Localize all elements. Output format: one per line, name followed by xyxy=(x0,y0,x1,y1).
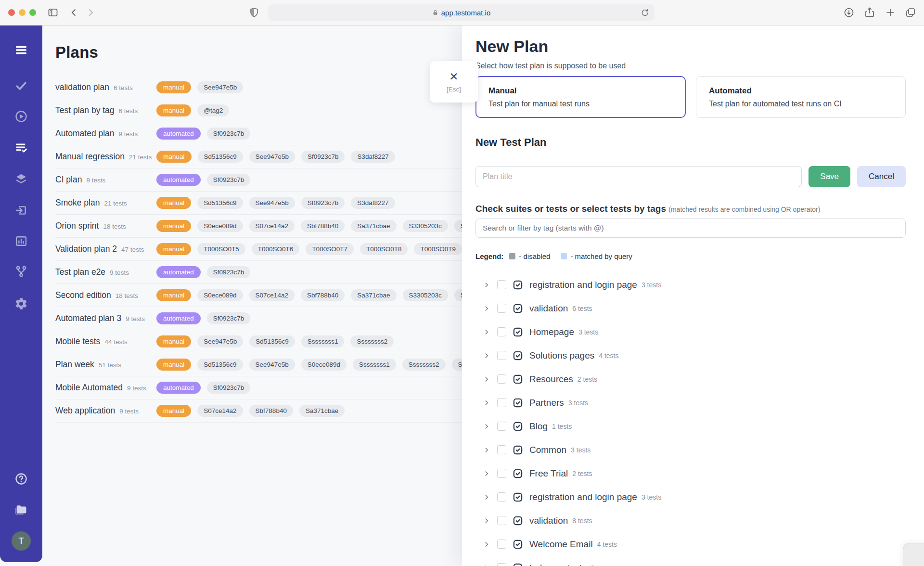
suite-checkbox[interactable] xyxy=(497,469,506,478)
cancel-button[interactable]: Cancel xyxy=(857,166,906,187)
plans-list-check-icon[interactable] xyxy=(14,141,28,154)
suite-checkbox[interactable] xyxy=(497,280,506,289)
suite-row[interactable]: registration and login page 3 tests xyxy=(475,273,906,296)
chevron-right-icon[interactable] xyxy=(483,305,490,312)
suite-row[interactable]: Blog 1 tests xyxy=(475,414,906,438)
suite-tag-chip: Sf0923c7b xyxy=(207,266,251,278)
chevron-right-icon[interactable] xyxy=(483,565,490,566)
suite-row[interactable]: registration and login page 3 tests xyxy=(475,485,906,509)
share-icon[interactable] xyxy=(864,7,875,18)
import-icon[interactable] xyxy=(14,204,28,217)
chevron-right-icon[interactable] xyxy=(483,447,490,453)
new-tab-icon[interactable] xyxy=(885,7,896,18)
suite-icon xyxy=(513,445,523,455)
settings-gear-icon[interactable] xyxy=(14,297,28,310)
runs-play-icon[interactable] xyxy=(14,110,28,123)
suite-row[interactable]: Free Trial 2 tests xyxy=(475,462,906,485)
suite-row[interactable]: validation 6 tests xyxy=(475,296,906,320)
traffic-light-close[interactable] xyxy=(8,9,15,16)
chevron-right-icon[interactable] xyxy=(483,399,490,406)
legend: Legend: - disabled - matched by query xyxy=(475,252,906,260)
suite-row[interactable]: Common 3 tests xyxy=(475,438,906,462)
reload-icon[interactable] xyxy=(640,7,650,18)
suite-tag-chip: S3305203c xyxy=(403,220,448,232)
traffic-light-zoom[interactable] xyxy=(29,9,36,16)
traffic-light-minimize[interactable] xyxy=(19,9,26,16)
tab-overview-icon[interactable] xyxy=(905,7,916,18)
suite-row[interactable]: validation 8 tests xyxy=(475,509,906,532)
suite-test-count: 4 tests xyxy=(599,352,618,360)
tests-check-icon[interactable] xyxy=(14,79,28,92)
branches-icon[interactable] xyxy=(14,265,28,278)
suite-checkbox[interactable] xyxy=(497,563,506,566)
chevron-right-icon[interactable] xyxy=(483,517,490,524)
suite-checkbox[interactable] xyxy=(497,540,506,549)
app-sidebar: T xyxy=(0,25,42,562)
corner-widget[interactable] xyxy=(903,543,924,566)
suite-icon xyxy=(513,563,523,566)
chevron-right-icon[interactable] xyxy=(483,470,490,477)
plan-test-count: 6 tests xyxy=(114,84,133,91)
plan-type-automated-card[interactable]: Automated Test plan for automated test r… xyxy=(696,76,906,118)
plan-type-badge: manual xyxy=(156,335,191,347)
close-panel-button[interactable]: ✕ [Esc] xyxy=(430,61,478,103)
lock-icon xyxy=(432,10,438,16)
chevron-right-icon[interactable] xyxy=(483,423,490,430)
user-avatar[interactable]: T xyxy=(12,531,31,551)
chevron-right-icon[interactable] xyxy=(483,376,490,383)
suite-icon xyxy=(513,539,523,550)
plan-type-badge: automated xyxy=(156,312,201,324)
layers-icon[interactable] xyxy=(14,172,28,185)
plan-row-left: Orion sprint 18 tests xyxy=(55,221,156,231)
suite-tag-chip: Sd51356c9 xyxy=(198,151,243,163)
analytics-chart-icon[interactable] xyxy=(14,234,28,248)
suite-row[interactable]: Resources 2 tests xyxy=(475,367,906,391)
suite-checkbox[interactable] xyxy=(497,304,506,313)
plan-type-badge: automated xyxy=(156,174,201,186)
suite-checkbox[interactable] xyxy=(497,351,506,360)
sidebar-toggle-icon[interactable] xyxy=(47,7,59,18)
suite-tag-chip: See947e5b xyxy=(249,197,295,209)
plan-type-label: Automated xyxy=(709,86,905,96)
close-icon[interactable]: ✕ xyxy=(449,71,458,82)
suite-row[interactable]: todomvc-tests 9 tests xyxy=(475,556,906,566)
chevron-right-icon[interactable] xyxy=(483,352,490,359)
suite-tag-chip: Sf0923c7b xyxy=(207,174,251,186)
suite-row[interactable]: Welcome Email 4 tests xyxy=(475,532,906,556)
plan-row-left: Automated plan 3 9 tests xyxy=(55,313,156,323)
menu-hamburger-icon[interactable] xyxy=(14,43,28,57)
chevron-right-icon[interactable] xyxy=(483,282,490,288)
help-icon[interactable] xyxy=(14,472,28,486)
privacy-shield-icon[interactable] xyxy=(248,7,260,18)
chevron-right-icon[interactable] xyxy=(483,541,490,548)
suite-row[interactable]: Partners 3 tests xyxy=(475,391,906,414)
downloads-icon[interactable] xyxy=(843,7,855,18)
plan-type-manual-card[interactable]: Manual Test plan for manual test runs xyxy=(475,76,686,118)
suite-tag-chip: Ssssssss2 xyxy=(402,359,446,371)
suite-checkbox[interactable] xyxy=(497,374,506,384)
chevron-right-icon[interactable] xyxy=(483,329,490,335)
save-button[interactable]: Save xyxy=(808,166,850,187)
back-icon[interactable] xyxy=(68,7,80,18)
suite-checkbox[interactable] xyxy=(497,422,506,431)
suite-row[interactable]: Homepage 3 tests xyxy=(475,320,906,344)
projects-folder-icon[interactable] xyxy=(14,503,28,516)
forward-icon[interactable] xyxy=(85,7,96,18)
suite-row[interactable]: Solutions pages 4 tests xyxy=(475,344,906,367)
suite-name: Partners xyxy=(529,398,564,408)
plan-row-left: CI plan 9 tests xyxy=(55,175,156,185)
plan-test-count: 9 tests xyxy=(127,385,146,392)
suite-checkbox[interactable] xyxy=(497,445,506,454)
panel-title: New Plan xyxy=(475,37,906,56)
suite-checkbox[interactable] xyxy=(497,516,506,525)
tag-search-input[interactable] xyxy=(475,219,906,238)
chevron-right-icon[interactable] xyxy=(483,494,490,501)
suite-checkbox[interactable] xyxy=(497,398,506,407)
suite-tag-chip: S0ece089d xyxy=(301,359,346,371)
suite-tag-chip: S3daf8227 xyxy=(351,197,395,209)
suite-checkbox[interactable] xyxy=(497,327,506,336)
url-bar[interactable]: app.testomat.io xyxy=(268,4,654,21)
suite-checkbox[interactable] xyxy=(497,492,506,502)
plan-title-input[interactable] xyxy=(475,166,802,187)
plan-row-left: Manual regression 21 tests xyxy=(55,152,156,162)
